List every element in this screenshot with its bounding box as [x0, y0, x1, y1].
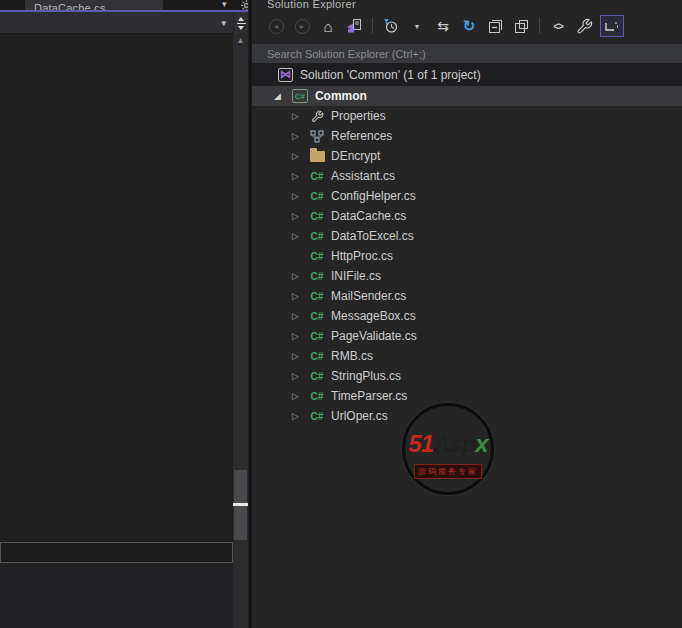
chevron-expanded-icon[interactable]: ◢ — [274, 91, 281, 101]
collapse-all-icon — [487, 18, 504, 35]
csharp-file-icon: C# — [308, 411, 326, 422]
tree-row[interactable]: ▷ C# HttpProc.cs — [252, 246, 682, 266]
toolbar-separator — [539, 18, 540, 34]
tree-item-label: DataCache.cs — [331, 209, 406, 223]
tree-row[interactable]: ▷ C# MessageBox.cs — [252, 306, 682, 326]
chevron-right-icon[interactable]: ▷ — [292, 411, 304, 421]
tree-row[interactable]: ▷ C# ConfigHelper.cs — [252, 186, 682, 206]
home-icon: ⌂ — [323, 18, 332, 35]
show-all-files-button[interactable] — [511, 15, 531, 37]
tree-row[interactable]: ▷ C# DataToExcel.cs — [252, 226, 682, 246]
refresh-button[interactable]: ↻ — [459, 15, 479, 37]
solution-tree: ▷ Properties ▷ References — [252, 106, 682, 426]
editor-vertical-scrollbar[interactable]: ▲ — [233, 34, 248, 628]
tree-row[interactable]: ▷ C# StringPlus.cs — [252, 366, 682, 386]
view-code-button[interactable]: <> — [548, 15, 568, 37]
csharp-file-icon: C# — [308, 391, 326, 402]
tree-item-label: HttpProc.cs — [331, 249, 393, 263]
csharp-file-icon: C# — [308, 191, 326, 202]
refresh-icon: ↻ — [463, 17, 476, 35]
chevron-right-icon[interactable]: ▷ — [292, 371, 304, 381]
watermark-brand-text: 51Aspx — [405, 432, 491, 456]
tree-item-label: Properties — [331, 109, 386, 123]
tree-row[interactable]: ▷ C# INIFile.cs — [252, 266, 682, 286]
chevron-right-icon[interactable]: ▷ — [292, 231, 304, 241]
csharp-file-icon: C# — [308, 291, 326, 302]
solution-explorer-panel: Solution Explorer ◄ ► ⌂ ▾ ⇆ ↻ <> — [252, 0, 682, 628]
pending-changes-filter-button[interactable] — [381, 15, 401, 37]
csharp-file-icon: C# — [308, 331, 326, 342]
project-name: Common — [315, 89, 367, 103]
tree-row[interactable]: ▷ References — [252, 126, 682, 146]
clock-icon — [383, 18, 399, 34]
chevron-right-icon[interactable]: ▷ — [292, 271, 304, 281]
tree-row[interactable]: ▷ C# Assistant.cs — [252, 166, 682, 186]
editor-split-handle[interactable] — [233, 12, 248, 34]
wrench-icon — [308, 110, 326, 123]
sync-with-active-document-button[interactable] — [344, 15, 364, 37]
solution-label: Solution 'Common' (1 of 1 project) — [300, 68, 481, 82]
editor-bottom-panel — [0, 542, 233, 563]
tree-item-label: UrlOper.cs — [331, 409, 388, 423]
filter-dropdown-button[interactable]: ▾ — [407, 15, 427, 37]
chevron-right-icon[interactable]: ▷ — [292, 331, 304, 341]
tree-row[interactable]: ▷ C# MailSender.cs — [252, 286, 682, 306]
preview-selected-items-button[interactable] — [600, 15, 624, 37]
tree-item-label: MailSender.cs — [331, 289, 406, 303]
back-button[interactable]: ◄ — [266, 15, 286, 37]
home-button[interactable]: ⌂ — [318, 15, 338, 37]
csharp-file-icon: C# — [308, 311, 326, 322]
csharp-file-icon: C# — [308, 211, 326, 222]
tree-item-label: MessageBox.cs — [331, 309, 416, 323]
two-way-arrows-icon: ⇆ — [437, 18, 449, 34]
preview-selected-items-icon — [604, 19, 620, 33]
tree-row-project-common[interactable]: ◢ C# Common — [252, 86, 682, 106]
code-brackets-icon: <> — [553, 21, 563, 32]
editor-navigation-bar[interactable]: ▾ — [0, 12, 233, 34]
tree-item-label: RMB.cs — [331, 349, 373, 363]
csharp-file-icon: C# — [308, 251, 326, 262]
tree-item-label: Assistant.cs — [331, 169, 395, 183]
chevron-down-icon: ▾ — [415, 22, 419, 31]
chevron-down-icon[interactable]: ▾ — [221, 18, 226, 28]
properties-button[interactable] — [574, 15, 594, 37]
csharp-file-icon: C# — [308, 371, 326, 382]
tree-item-label: INIFile.cs — [331, 269, 381, 283]
csharp-project-icon: C# — [292, 89, 308, 103]
tab-datacache[interactable]: DataCache.cs — [25, 0, 163, 10]
window-list-dropdown-icon[interactable]: ▾ — [222, 0, 227, 9]
chevron-right-icon[interactable]: ▷ — [292, 191, 304, 201]
editor-pane: DataCache.cs ▾ ▾ ▲ — [0, 0, 248, 628]
chevron-right-icon[interactable]: ▷ — [292, 211, 304, 221]
chevron-right-icon[interactable]: ▷ — [292, 171, 304, 181]
chevron-right-icon[interactable]: ▷ — [292, 131, 304, 141]
search-box[interactable] — [252, 44, 682, 63]
tree-row[interactable]: ▷ Properties — [252, 106, 682, 126]
document-tab-strip: DataCache.cs — [0, 0, 248, 10]
editor-bottom-strip — [0, 564, 233, 628]
tree-row[interactable]: ▷ C# RMB.cs — [252, 346, 682, 366]
forward-button[interactable]: ► — [292, 15, 312, 37]
panel-title: Solution Explorer — [267, 0, 356, 10]
chevron-right-icon[interactable]: ▷ — [292, 391, 304, 401]
watermark-slogan: 源码服务专家 — [414, 464, 482, 479]
collapse-all-button[interactable] — [485, 15, 505, 37]
tree-row[interactable]: ▷ C# TimeParser.cs — [252, 386, 682, 406]
tree-row[interactable]: ▷ DEncrypt — [252, 146, 682, 166]
chevron-right-icon[interactable]: ▷ — [292, 311, 304, 321]
tree-item-label: TimeParser.cs — [331, 389, 407, 403]
chevron-right-icon[interactable]: ▷ — [292, 151, 304, 161]
folder-icon — [308, 151, 326, 162]
sync-document-icon — [346, 18, 362, 34]
switch-views-button[interactable]: ⇆ — [433, 15, 453, 37]
chevron-right-icon[interactable]: ▷ — [292, 111, 304, 121]
scrollbar-up-arrow[interactable]: ▲ — [233, 36, 248, 45]
tree-row[interactable]: ▷ C# PageValidate.cs — [252, 326, 682, 346]
chevron-right-icon[interactable]: ▷ — [292, 351, 304, 361]
csharp-file-icon: C# — [308, 271, 326, 282]
tree-row[interactable]: ▷ C# DataCache.cs — [252, 206, 682, 226]
chevron-right-icon[interactable]: ▷ — [292, 291, 304, 301]
toolbar-separator — [372, 18, 373, 34]
search-input[interactable] — [252, 45, 682, 64]
tree-row-solution[interactable]: ⋈ Solution 'Common' (1 of 1 project) — [252, 63, 682, 86]
